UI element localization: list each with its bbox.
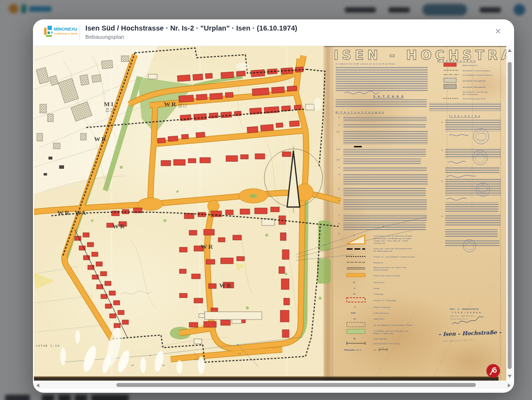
screen: MINONEXUS KOMMUNALE RÄUME Isen Süd / Hoc… bbox=[0, 0, 532, 400]
svg-text:WR: WR bbox=[201, 243, 214, 250]
svg-text:MI: MI bbox=[104, 100, 114, 108]
minonexus-logo: MINONEXUS KOMMUNALE RÄUME bbox=[44, 24, 78, 42]
logo-tagline-text: KOMMUNALE RÄUME bbox=[54, 32, 78, 35]
svg-text:bestehende Nebengebäude: bestehende Nebengebäude bbox=[463, 86, 485, 88]
svg-text:2.: 2. bbox=[339, 124, 340, 126]
svg-text:Kinderspielplatz: Kinderspielplatz bbox=[373, 312, 389, 314]
svg-text:773: 773 bbox=[238, 353, 241, 355]
svg-text:GFZ 0,7: GFZ 0,7 bbox=[178, 106, 187, 108]
modal-header: MINONEXUS KOMMUNALE RÄUME Isen Süd / Hoc… bbox=[33, 19, 514, 46]
svg-text:I S E N – E G M B H: I S E N – E G M B H bbox=[452, 311, 481, 314]
svg-text:4.: 4. bbox=[441, 215, 443, 217]
svg-text:3.: 3. bbox=[339, 167, 340, 169]
svg-text:1.: 1. bbox=[441, 121, 443, 123]
svg-text:der Grundstücke: der Grundstücke bbox=[463, 94, 478, 96]
svg-text:Ladenfläche: Ladenfläche bbox=[373, 318, 384, 320]
svg-text:Flächen für Tiefgaragen: Flächen für Tiefgaragen bbox=[373, 300, 396, 302]
svg-text:2.1: 2.1 bbox=[337, 131, 340, 133]
svg-text:Bäumen zu bepflanzen: Bäumen zu bepflanzen bbox=[373, 333, 393, 335]
scan-edge-line bbox=[34, 376, 499, 377]
svg-text:Garage: Garage bbox=[373, 288, 379, 289]
vertical-scrollbar[interactable] bbox=[506, 47, 513, 380]
svg-text:Grenze des räumlichen Geltungs: Grenze des räumlichen Geltungsbereiches bbox=[373, 248, 412, 250]
horizontal-scroll-thumb[interactable] bbox=[116, 383, 476, 387]
svg-text:A) F e s t s e t z u n g e n: A) F e s t s e t z u n g e n bbox=[336, 111, 384, 113]
svg-text:4.: 4. bbox=[339, 174, 340, 176]
vertical-scroll-track[interactable] bbox=[506, 53, 513, 374]
svg-text:2.: 2. bbox=[441, 149, 443, 151]
svg-text:2.3: 2.3 bbox=[337, 159, 340, 161]
svg-text:GFZ 0,8: GFZ 0,8 bbox=[106, 110, 114, 112]
svg-text:bestehende Grundstücksgrenze: bestehende Grundstücksgrenze bbox=[463, 70, 490, 72]
svg-text:TG: TG bbox=[353, 293, 355, 295]
vertical-scroll-thumb[interactable] bbox=[508, 62, 512, 369]
svg-text:z.B.: z.B. bbox=[373, 349, 377, 351]
satzung-text-column: Die Gemeinde Isen erläßt aufgrund der §§… bbox=[336, 63, 428, 235]
svg-text:Öffentliche Verkehrsflächen: Öffentliche Verkehrsflächen bbox=[373, 274, 400, 277]
svg-text:des Bebauungsplanes: des Bebauungsplanes bbox=[373, 250, 392, 252]
scroll-down-arrow-icon[interactable] bbox=[508, 375, 512, 378]
scroll-up-arrow-icon[interactable] bbox=[508, 49, 512, 52]
svg-text:bestehende Hauptgebäude: bestehende Hauptgebäude bbox=[463, 80, 485, 82]
modal-subtitle: Bebauungsplan bbox=[85, 34, 124, 40]
svg-text:offene Parkplätze: offene Parkplätze bbox=[373, 306, 390, 308]
svg-text:WR: WR bbox=[57, 209, 70, 216]
svg-text:3.: 3. bbox=[441, 180, 443, 182]
svg-text:WR: WR bbox=[113, 223, 126, 230]
svg-text:KISP: KISP bbox=[351, 312, 356, 314]
svg-text:Grenzen zw. verschiedenen Fläc: Grenzen zw. verschiedenen Flächennutzung… bbox=[373, 256, 415, 258]
logo-blocks-icon bbox=[44, 26, 53, 37]
svg-text:BAU- U. BODENVEREIN: BAU- U. BODENVEREIN bbox=[450, 308, 479, 310]
horizontal-scroll-track[interactable] bbox=[40, 381, 507, 389]
modal-title: Isen Süd / Hochstrasse · Nr. Is-2 · "Urp… bbox=[85, 24, 297, 32]
svg-text:Tiefgarage: Tiefgarage bbox=[373, 293, 383, 295]
svg-text:freizuhalten.: freizuhalten. bbox=[373, 242, 387, 244]
svg-text:einzuhaltende Firstrichtung: einzuhaltende Firstrichtung bbox=[373, 343, 400, 345]
svg-text:Eigentümerweg: Eigentümerweg bbox=[373, 338, 387, 340]
svg-text:Vorschlag für die Teilung: Vorschlag für die Teilung bbox=[463, 91, 487, 93]
scroll-right-arrow-icon[interactable] bbox=[508, 384, 511, 387]
svg-text:Bebauungsgrenze: Bebauungsgrenze bbox=[463, 64, 478, 66]
svg-text:LA: LA bbox=[354, 318, 356, 320]
svg-text:Sichtflächen sind von bauliche: Sichtflächen sind von baulichen Anlagen, bbox=[373, 235, 413, 237]
svg-text:c) V e r m e r k e: c) V e r m e r k e bbox=[449, 115, 480, 117]
svg-text:aufzuhebende Grundstücksgrenze: aufzuhebende Grundstücksgrenze bbox=[463, 74, 492, 76]
logo-brand-text: MINONEXUS bbox=[54, 27, 78, 32]
scroll-left-arrow-icon[interactable] bbox=[36, 384, 39, 387]
svg-text:781: 781 bbox=[131, 365, 134, 367]
close-button[interactable]: ✕ bbox=[493, 26, 503, 37]
svg-text:WA: WA bbox=[75, 209, 87, 216]
svg-text:Stellplätze: Stellplätze bbox=[373, 282, 384, 284]
svg-text:S A T Z U N G: S A T Z U N G bbox=[373, 95, 404, 98]
svg-text:WR: WR bbox=[94, 135, 107, 143]
svg-text:Starkstromleitung 20 KV: Starkstromleitung 20 KV bbox=[463, 98, 485, 100]
svg-text:1.: 1. bbox=[339, 116, 340, 118]
scan-bottom-bar bbox=[34, 377, 499, 381]
svg-text:Maßangaben in m: Maßangaben in m bbox=[344, 349, 361, 351]
svg-text:7.: 7. bbox=[339, 214, 340, 216]
scale-note: =STAB 1:10 bbox=[36, 344, 60, 347]
document-title: ISEN - HOCHSTRASSE bbox=[334, 48, 506, 63]
svg-text:2.2: 2.2 bbox=[337, 148, 340, 150]
pdf-download-badge[interactable] bbox=[486, 364, 500, 378]
svg-text:Bepflanzungen und Ablagerung v: Bepflanzungen und Ablagerung von Gegen- bbox=[373, 238, 412, 240]
svg-text:Die Gemeinde Isen erläßt aufgr: Die Gemeinde Isen erläßt aufgrund der §§… bbox=[336, 63, 396, 65]
svg-text:DV: DV bbox=[354, 337, 356, 340]
pdf-icon bbox=[486, 364, 500, 378]
bebauungsplan-scan: 781 783 775/2 773 MI GRZ 0,4 GFZ 0,8 bbox=[34, 46, 506, 381]
document-modal-dialog: MINONEXUS KOMMUNALE RÄUME Isen Süd / Hoc… bbox=[33, 19, 514, 393]
horizontal-scrollbar[interactable] bbox=[34, 381, 513, 389]
svg-text:ständen über 1,00 m über OK. S: ständen über 1,00 m über OK. Straße bbox=[373, 240, 408, 242]
document-viewer[interactable]: 781 783 775/2 773 MI GRZ 0,4 GFZ 0,8 bbox=[34, 46, 506, 381]
svg-text:Baugrenzen: Baugrenzen bbox=[373, 262, 383, 264]
svg-text:(8254 ISEN · FRANZ-JOSEF-STR.): (8254 ISEN · FRANZ-JOSEF-STR.) bbox=[450, 315, 475, 317]
svg-text:b) E i n z e i c h e n: b) E i n z e i c h e n bbox=[437, 60, 475, 62]
svg-text:ST: ST bbox=[353, 281, 355, 284]
svg-text:9.: 9. bbox=[339, 233, 340, 235]
svg-text:TELEFON (80 83) 23 16: TELEFON (80 83) 23 16 bbox=[450, 318, 468, 320]
svg-text:WR: WR bbox=[219, 282, 232, 289]
svg-text:8.: 8. bbox=[339, 223, 340, 225]
svg-text:WR: WR bbox=[164, 100, 177, 108]
svg-text:6.: 6. bbox=[339, 200, 340, 202]
header-divider bbox=[80, 25, 80, 40]
